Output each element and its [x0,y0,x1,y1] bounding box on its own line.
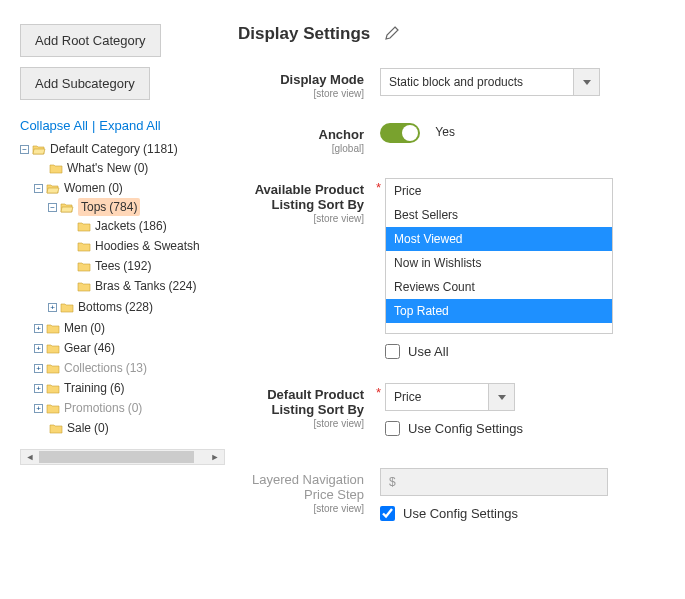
toggle-icon[interactable] [34,344,43,353]
tree-item-default-category[interactable]: Default Category(1181) [50,140,178,158]
pencil-icon[interactable] [384,26,400,42]
toggle-icon[interactable] [48,303,57,312]
anchor-label: Anchor [238,127,364,142]
list-option[interactable]: Price [386,179,612,203]
use-config-label: Use Config Settings [403,506,518,521]
tree-item-gear[interactable]: Gear(46) [64,339,115,357]
folder-closed-icon [49,423,63,434]
available-sort-by-label: Available Product Listing Sort By [238,182,364,212]
collapse-all-link[interactable]: Collapse All [20,118,88,133]
folder-closed-icon [77,261,91,272]
folder-closed-icon [46,403,60,414]
toggle-icon[interactable] [34,364,43,373]
tree-horizontal-scrollbar[interactable]: ◄ ► [20,449,225,465]
folder-closed-icon [46,363,60,374]
tree-item-collections[interactable]: Collections(13) [64,359,147,377]
list-option[interactable]: Reviews Count [386,275,612,299]
anchor-value: Yes [435,125,455,139]
toggle-icon[interactable] [34,384,43,393]
tree-item-hoodies[interactable]: Hoodies & Sweatsh [95,237,200,255]
scrollbar-thumb[interactable] [39,451,194,463]
tree-item-jackets[interactable]: Jackets(186) [95,217,167,235]
chevron-right-icon[interactable]: ► [208,450,222,464]
folder-closed-icon [46,383,60,394]
toggle-icon[interactable] [34,184,43,193]
toggle-icon[interactable] [34,324,43,333]
tree-item-promotions[interactable]: Promotions(0) [64,399,142,417]
required-star-icon: * [376,385,381,400]
tree-item-bottoms[interactable]: Bottoms(228) [78,298,153,316]
display-mode-label: Display Mode [238,72,364,87]
use-all-checkbox[interactable] [385,344,400,359]
add-root-category-button[interactable]: Add Root Category [20,24,161,57]
folder-open-icon [46,183,60,194]
use-config-label: Use Config Settings [408,421,523,436]
tree-item-training[interactable]: Training(6) [64,379,125,397]
folder-closed-icon [46,323,60,334]
tree-item-men[interactable]: Men(0) [64,319,105,337]
toggle-icon[interactable] [48,203,57,212]
expand-all-link[interactable]: Expand All [99,118,160,133]
tree-item-tees[interactable]: Tees(192) [95,257,151,275]
folder-closed-icon [77,281,91,292]
add-subcategory-button[interactable]: Add Subcategory [20,67,150,100]
list-option[interactable]: Best Sellers [386,203,612,227]
folder-open-icon [60,202,74,213]
section-title: Display Settings [238,24,370,44]
tree-item-sale[interactable]: Sale(0) [67,419,109,437]
price-step-input [380,468,608,496]
list-option[interactable]: Now in Wishlists [386,251,612,275]
chevron-down-icon [573,69,599,95]
folder-closed-icon [77,221,91,232]
display-mode-select[interactable]: Static block and products [380,68,600,96]
toggle-icon[interactable] [34,404,43,413]
toggle-icon[interactable] [20,145,29,154]
list-option[interactable]: Most Viewed [386,227,612,251]
anchor-toggle[interactable] [380,123,420,143]
use-config-checkbox[interactable] [380,506,395,521]
price-step-label: Layered Navigation Price Step [238,472,364,502]
category-tree: Default Category(1181) What's New(0) Wom… [20,139,225,439]
required-star-icon: * [376,180,381,195]
available-sort-by-listbox[interactable]: Price Best Sellers Most Viewed Now in Wi… [385,178,613,334]
list-option[interactable]: Top Rated [386,299,612,323]
folder-open-icon [32,144,46,155]
folder-closed-icon [49,163,63,174]
tree-item-whats-new[interactable]: What's New(0) [67,159,148,177]
tree-item-tops[interactable]: Tops(784) [78,198,140,216]
default-sort-select[interactable]: Price [385,383,515,411]
use-config-checkbox[interactable] [385,421,400,436]
chevron-down-icon [488,384,514,410]
default-sort-label: Default Product Listing Sort By [238,387,364,417]
folder-closed-icon [77,241,91,252]
tree-item-women[interactable]: Women(0) [64,179,123,197]
chevron-left-icon[interactable]: ◄ [23,450,37,464]
folder-closed-icon [46,343,60,354]
use-all-label: Use All [408,344,448,359]
tree-item-bras-tanks[interactable]: Bras & Tanks(224) [95,277,197,295]
folder-closed-icon [60,302,74,313]
